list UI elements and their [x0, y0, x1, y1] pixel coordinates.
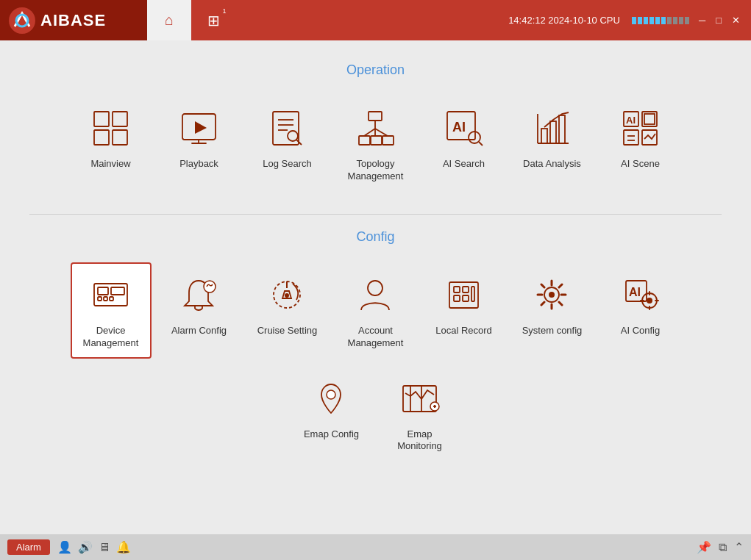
log-search-item[interactable]: Log Search — [247, 96, 328, 192]
nav-tab-home[interactable]: ⌂ — [147, 0, 191, 40]
device-management-icon — [90, 275, 131, 315]
cruise-setting-item[interactable]: Cruise Setting — [247, 262, 328, 359]
home-icon: ⌂ — [165, 12, 174, 29]
nav-tabs: ⌂ ⊞ 1 — [147, 0, 235, 40]
mainview-item[interactable]: Mainview — [71, 96, 152, 192]
playback-item[interactable]: Playback — [159, 96, 240, 192]
account-management-label: Account Management — [341, 325, 411, 350]
close-button[interactable]: ✕ — [728, 13, 744, 27]
svg-line-20 — [364, 129, 375, 136]
svg-rect-35 — [644, 114, 655, 124]
taskbar-right: 📌 ⧉ ⌃ — [697, 540, 744, 554]
log-search-icon — [267, 108, 307, 148]
ai-search-label: AI Search — [443, 158, 485, 170]
cruise-setting-label: Cruise Setting — [257, 325, 318, 337]
titlebar-right: 14:42:12 2024-10-10 CPU ─ □ ✕ — [508, 13, 751, 27]
playback-icon — [179, 108, 219, 148]
emap-monitoring-item[interactable]: Emap Monitoring — [380, 366, 460, 462]
maximize-button[interactable]: □ — [712, 13, 725, 27]
local-record-item[interactable]: Local Record — [424, 262, 505, 359]
minimize-button[interactable]: ─ — [695, 13, 709, 27]
svg-rect-36 — [624, 130, 638, 145]
svg-rect-18 — [382, 136, 394, 145]
volume-icon[interactable]: 🔊 — [78, 540, 93, 554]
cpu-bar — [632, 17, 689, 24]
svg-rect-9 — [273, 112, 299, 145]
svg-point-25 — [469, 132, 480, 143]
svg-line-26 — [479, 142, 483, 146]
emap-config-icon-box — [307, 375, 355, 423]
topology-label: Topology Management — [341, 158, 411, 183]
alarm-config-label: Alarm Config — [171, 325, 227, 337]
monitor-icon[interactable]: 🖥 — [99, 541, 110, 554]
system-config-icon — [532, 275, 572, 315]
bell-icon[interactable]: 🔔 — [116, 540, 131, 554]
ai-config-label: AI Config — [621, 325, 660, 337]
svg-rect-5 — [113, 130, 127, 145]
ai-scene-icon-box: AI — [616, 104, 664, 152]
topology-management-item[interactable]: Topology Management — [335, 96, 416, 192]
ai-scene-item[interactable]: AI AI Scene — [600, 96, 681, 192]
svg-point-65 — [327, 390, 335, 399]
data-analysis-item[interactable]: Data Analysis — [512, 96, 593, 192]
pin-icon[interactable]: 📌 — [697, 540, 711, 554]
mainview-icon-box — [87, 104, 135, 152]
svg-point-64 — [647, 298, 652, 304]
tab-badge: 1 — [219, 6, 229, 16]
datetime-display: 14:42:12 2024-10-10 CPU — [508, 15, 620, 26]
alarm-button[interactable]: Alarm — [7, 539, 50, 555]
local-record-icon-box — [440, 271, 488, 319]
svg-rect-54 — [454, 287, 460, 292]
logo-icon — [7, 6, 37, 35]
svg-rect-57 — [463, 295, 469, 301]
svg-point-51 — [285, 293, 289, 298]
svg-text:AI: AI — [452, 120, 466, 134]
playback-label: Playback — [179, 158, 218, 170]
alarm-config-icon-box — [175, 271, 223, 319]
svg-text:AI: AI — [626, 115, 636, 126]
alarm-config-item[interactable]: Alarm Config — [159, 262, 240, 359]
svg-point-48 — [204, 281, 216, 292]
grid-icon: ⊞ — [207, 12, 220, 29]
device-management-label: Device Management — [76, 325, 146, 350]
svg-rect-3 — [113, 112, 127, 126]
system-config-label: System config — [522, 325, 583, 337]
system-config-item[interactable]: System config — [512, 262, 593, 359]
svg-rect-44 — [110, 297, 113, 301]
local-record-label: Local Record — [435, 325, 492, 337]
account-management-icon — [355, 275, 396, 315]
operation-section: Operation Mainview — [29, 62, 722, 192]
operation-title: Operation — [29, 62, 722, 78]
emap-monitoring-icon — [399, 378, 440, 419]
topology-icon — [355, 108, 396, 148]
logo-area: AIBASE — [0, 0, 147, 40]
ai-scene-icon: AI — [620, 108, 661, 148]
svg-rect-30 — [550, 121, 556, 143]
mainview-icon — [90, 108, 131, 148]
svg-rect-31 — [559, 115, 565, 143]
emap-config-icon — [311, 378, 352, 419]
svg-rect-42 — [98, 297, 102, 301]
expand-icon[interactable]: ⌃ — [734, 540, 744, 554]
data-analysis-label: Data Analysis — [523, 158, 581, 170]
ai-config-item[interactable]: AI AI Config — [600, 262, 681, 359]
svg-rect-16 — [359, 136, 370, 145]
account-management-item[interactable]: Account Management — [335, 262, 416, 359]
nav-tab-grid[interactable]: ⊞ 1 — [191, 0, 235, 40]
svg-rect-41 — [98, 287, 108, 295]
taskbar: Alarm 👤 🔊 🖥 🔔 📌 ⧉ ⌃ — [0, 534, 751, 560]
taskbar-icons: 👤 🔊 🖥 🔔 — [57, 540, 131, 554]
device-management-item[interactable]: Device Management — [71, 262, 152, 359]
playback-icon-box — [175, 104, 223, 152]
emap-monitoring-label: Emap Monitoring — [385, 428, 455, 453]
emap-config-item[interactable]: Emap Config — [291, 366, 372, 462]
ai-search-item[interactable]: AI AI Search — [424, 96, 505, 192]
data-analysis-icon — [532, 108, 572, 148]
person-icon[interactable]: 👤 — [57, 540, 72, 554]
svg-rect-45 — [111, 287, 124, 295]
svg-rect-4 — [94, 130, 109, 145]
svg-point-52 — [368, 281, 382, 295]
win-controls: ─ □ ✕ — [695, 13, 744, 27]
account-management-icon-box — [352, 271, 399, 319]
restore-icon[interactable]: ⧉ — [719, 541, 727, 554]
